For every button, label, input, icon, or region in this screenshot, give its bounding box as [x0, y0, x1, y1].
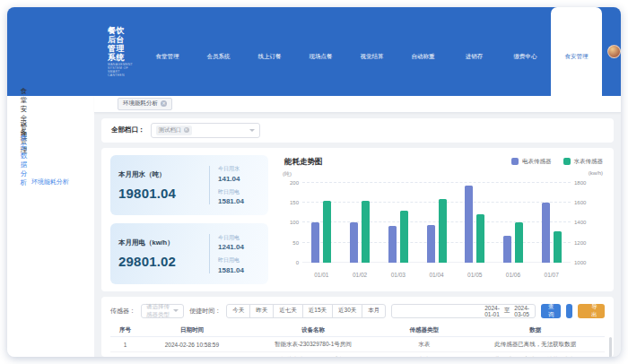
- export-icon: M12 16V5M7 10l5-5 5 5M5 20h14: [584, 308, 589, 314]
- nav-item-会员系统[interactable]: M12 3l9 9-9 9-9-9z 会员系统: [193, 7, 244, 96]
- stat-cards: 本月用水（吨） 19801.04 今日用水 141.04昨日用电 1581.04…: [110, 155, 268, 284]
- sensor-select-placeholder: 请选择传感器类型: [146, 303, 173, 319]
- table-row: 12024-02-26 10:58:59智能水表-230329780-1号房间水…: [110, 337, 605, 352]
- legend-item-电表传感器[interactable]: 电表传感器: [511, 158, 552, 166]
- canteen-icon: M3 11l9-7 9 7M5 10v10h14V10: [162, 41, 172, 51]
- right-axis-tick: 1000: [574, 260, 597, 265]
- sensor-type-select[interactable]: 请选择传感器类型: [141, 304, 184, 318]
- collapse-menu-icon[interactable]: M4 6h16M4 12h16M4 17h10: [102, 100, 110, 108]
- auto-weigh-icon: M12 4v4M5 8h14l-2 12H7zM12 8v4: [418, 41, 428, 51]
- user-chip[interactable]: 王茜茜，采购经理 ⋮: [602, 7, 621, 96]
- left-axis-tick: 200: [279, 180, 299, 186]
- table-filter-row: 传感器： 请选择传感器类型 便捷时间： 今天昨天近七天近15天近30天本月 M4…: [110, 303, 605, 319]
- column-header-日期时间: 日期时间: [140, 324, 244, 337]
- nav-item-label: 线上订餐: [258, 53, 282, 61]
- query-button[interactable]: 查询: [541, 304, 562, 318]
- table-header-row: 序号日期时间设备名称传感器类型数据: [110, 324, 605, 337]
- stat-sub-label: 昨日用电: [218, 256, 244, 264]
- left-axis-tick: 150: [279, 200, 299, 205]
- avatar[interactable]: [607, 45, 621, 58]
- nav-item-label: 会员系统: [207, 53, 231, 61]
- canteen-icon: M3 11l9-7 9 7M5 10v10h14V10: [18, 7, 103, 92]
- navbar-menu: M3 11l9-7 9 7M5 10v10h14V10 食堂管理M12 3l9 …: [142, 7, 602, 96]
- app-logo: M3 11l9-7 9 7M5 10v10h14V10 餐饮后台管理系统 MAN…: [7, 7, 142, 96]
- payment-center-icon: M5 4h14v16H5zM9 9h6M9 13h4: [520, 41, 530, 51]
- cell-datetime: 2024-02-26 10:58:59: [140, 337, 244, 352]
- stall-select[interactable]: 测试档口 ✕: [151, 123, 260, 138]
- refresh-icon: M20 12a8 8 0 11-2.5-5.8M20 4v5h-5: [566, 304, 571, 318]
- nav-item-现场点餐[interactable]: M4 13a8 8 0 0016 0zM4 13h16M9 9c0-2 6-2 …: [295, 7, 346, 96]
- quick-time-今天[interactable]: 今天: [226, 304, 250, 318]
- app-window: M3 11l9-7 9 7M5 10v10h14V10 餐饮后台管理系统 MAN…: [7, 7, 621, 357]
- date-range-picker[interactable]: M4 6h16v15H4zM4 10h16M8 3v5M16 3v5 2024-…: [391, 304, 536, 318]
- dashboard-card: 本月用水（吨） 19801.04 今日用水 141.04昨日用电 1581.04…: [101, 148, 614, 291]
- legend-swatch: [511, 158, 519, 165]
- right-axis-tick: 1600: [574, 200, 597, 205]
- left-axis-tick: 50: [279, 240, 299, 246]
- stall-tag-close-icon[interactable]: ✕: [184, 127, 189, 133]
- bar-group-01/04: [417, 183, 456, 263]
- bar-group-01/05: [456, 183, 494, 263]
- tabs-bar: M4 6h16M4 12h16M4 17h10 环境能耗分析 ✕: [94, 96, 621, 113]
- stat-sub-label: 今日用水: [218, 165, 244, 173]
- date-separator: 至: [504, 307, 510, 315]
- canteen-safety-icon: M3 11l9-7 9 7M5 10v10h14V10M10 20v-5h4v5: [14, 109, 16, 117]
- quick-time-近七天[interactable]: 近七天: [273, 304, 303, 318]
- cell-data: 此传感器已离线，无法获取数据: [467, 337, 605, 352]
- device-icon: M4 4h16v12H4zM9 20h6M12 16v4: [14, 133, 16, 141]
- quick-time-近30天[interactable]: 近30天: [332, 304, 362, 318]
- nav-item-缴费中心[interactable]: M5 4h14v16H5zM9 9h6M9 13h4 缴费中心: [500, 7, 551, 96]
- quick-time-昨天[interactable]: 昨天: [249, 304, 274, 318]
- app-subtitle: MANAGEMENT SYSTEM OF SMART CANTEEN: [108, 63, 133, 77]
- tab-label: 环境能耗分析: [123, 100, 158, 108]
- refresh-button[interactable]: M20 12a8 8 0 11-2.5-5.8M20 4v5h-5: [566, 304, 571, 318]
- date-start[interactable]: 2024-01-01: [484, 305, 500, 317]
- tab-env-energy[interactable]: 环境能耗分析 ✕: [118, 98, 172, 110]
- tab-close-icon[interactable]: ✕: [161, 100, 167, 107]
- right-axis-unit: (kw/h): [589, 170, 603, 176]
- bar-电表传感器-01/02: [350, 222, 358, 263]
- nav-item-视觉结算[interactable]: M2 12c3-6 17-6 20 0-3 6-17 6-20 0zM12 9a…: [346, 7, 397, 96]
- top-navbar: M3 11l9-7 9 7M5 10v10h14V10 餐饮后台管理系统 MAN…: [7, 7, 621, 96]
- scrollbar-thumb[interactable]: [609, 337, 612, 357]
- bar-水表传感器-01/01: [323, 201, 331, 263]
- x-axis-tick: 01/03: [379, 272, 417, 278]
- stall-filter-label: 全部档口：: [111, 126, 145, 134]
- nav-item-食堂管理[interactable]: M3 11l9-7 9 7M5 10v10h14V10 食堂管理: [142, 7, 193, 96]
- cell-data: 此传感器已离线，无法获取数据: [467, 352, 605, 357]
- legend-item-水表传感器[interactable]: 水表传感器: [563, 158, 604, 166]
- quick-time-近15天[interactable]: 近15天: [302, 304, 333, 318]
- sidebar-item-label: 食安数据分析: [21, 134, 29, 187]
- nav-item-自动称重[interactable]: M12 4v4M5 8h14l-2 12H7zM12 8v4 自动称重: [397, 7, 449, 96]
- stall-tag: 测试档口 ✕: [156, 126, 192, 135]
- bar-电表传感器-01/06: [503, 236, 511, 263]
- nav-item-食安管理[interactable]: M12 4a8 8 0 100 16 8 8 0 000-16zM12 8v8M…: [551, 7, 602, 96]
- nav-item-label: 食堂管理: [156, 53, 179, 61]
- bar-电表传感器-01/04: [427, 225, 435, 263]
- bar-水表传感器-01/05: [476, 214, 484, 263]
- nav-item-进销存[interactable]: M4 8l8-4 8 4v8l-8 4-8-4zM4 8l8 4 8-4M12 …: [449, 7, 500, 96]
- plot-area: [302, 183, 571, 263]
- divider: [209, 234, 210, 273]
- nav-item-label: 现场点餐: [310, 53, 333, 61]
- chart-legend: 电表传感器水表传感器: [511, 158, 603, 166]
- sensor-filter-label: 传感器：: [110, 307, 135, 316]
- stat-value: 19801.04: [118, 186, 201, 201]
- legend-swatch: [563, 158, 571, 165]
- bar-水表传感器-01/02: [362, 201, 370, 263]
- export-button[interactable]: M12 16V5M7 10l5-5 5 5M5 20h14导出: [578, 304, 606, 318]
- canteen-safety-icon: M3 11l9-7 9 7M5 10v10h14V10M10 20v-5h4v5: [14, 109, 16, 117]
- sidebar-item-食安数据分析[interactable]: M4 20h16M8 16v-6M12 16V5M16 16v-4 食安数据分析…: [7, 149, 94, 172]
- sidebar: M3 11l9-7 9 7M5 10v10h14V10M10 20v-5h4v5…: [7, 96, 94, 357]
- date-end[interactable]: 2024-03-05: [514, 305, 529, 317]
- logo-icon: M3 11l9-7 9 7M5 10v10h14V10: [18, 7, 103, 96]
- member-icon: M12 3l9 9-9 9-9-9z: [214, 41, 223, 51]
- bar-group-01/03: [379, 183, 417, 263]
- bar-group-01/07: [532, 183, 571, 263]
- chevron-down-icon: [249, 129, 255, 132]
- nav-item-线上订餐[interactable]: M4 5h16v11H4zM9 20h6 线上订餐: [244, 7, 295, 96]
- quick-time-本月[interactable]: 本月: [362, 304, 386, 318]
- records-table: 序号日期时间设备名称传感器类型数据 12024-02-26 10:58:59智能…: [110, 324, 605, 357]
- nav-item-label: 食安管理: [565, 53, 589, 61]
- divider: [209, 166, 210, 205]
